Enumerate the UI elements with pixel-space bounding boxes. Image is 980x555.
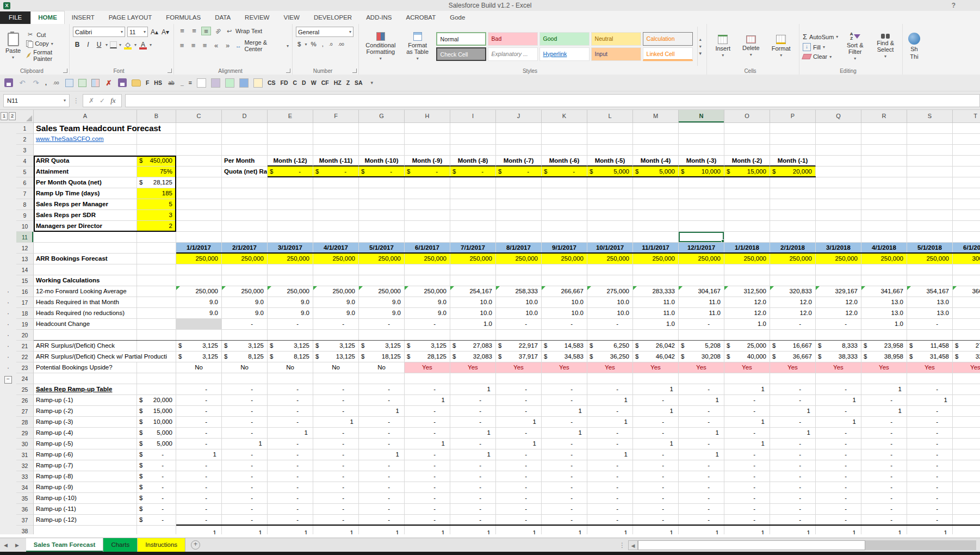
cell[interactable]: $38,333 — [816, 351, 861, 362]
cell[interactable]: - — [679, 515, 724, 526]
cell[interactable]: 3/1/2017 — [268, 243, 313, 254]
cell[interactable] — [34, 145, 137, 156]
cell[interactable] — [137, 341, 176, 351]
cell[interactable]: 1 — [222, 526, 268, 534]
cell[interactable] — [496, 232, 542, 243]
cell[interactable]: - — [953, 406, 980, 417]
cell[interactable]: 1 — [816, 395, 861, 406]
cell[interactable]: $- — [137, 504, 176, 515]
row-header-35[interactable]: 35 — [16, 493, 34, 504]
cell[interactable] — [587, 188, 633, 199]
cell[interactable]: 1 — [770, 428, 816, 439]
cell[interactable]: 9.0 — [405, 308, 450, 319]
align-center-button[interactable]: ≡ — [189, 41, 198, 50]
cell[interactable]: - — [953, 395, 980, 406]
column-header-O[interactable]: O — [724, 110, 770, 123]
cell[interactable]: 3/1/2018 — [816, 243, 861, 254]
cell[interactable]: - — [816, 406, 861, 417]
decrease-font-button[interactable]: A▾ — [161, 28, 170, 36]
cell[interactable]: 1 — [496, 417, 542, 428]
share-button[interactable]: Sh Thi — [906, 27, 922, 66]
cell[interactable] — [816, 166, 861, 177]
cell[interactable] — [359, 275, 405, 286]
cell[interactable]: - — [222, 417, 268, 428]
cell[interactable]: 1.0 — [861, 319, 907, 330]
cell[interactable]: - — [907, 482, 953, 493]
cell[interactable] — [679, 210, 724, 221]
cell[interactable]: 75% — [137, 166, 176, 177]
cell[interactable]: 1 — [405, 439, 450, 449]
cell[interactable] — [313, 177, 359, 188]
cell[interactable]: - — [222, 482, 268, 493]
cell[interactable]: 283,333 — [633, 286, 679, 297]
cell[interactable]: Ramp-up (-4) — [34, 428, 137, 439]
cell[interactable] — [176, 275, 222, 286]
qat-button-c[interactable]: C — [293, 79, 297, 86]
cell[interactable] — [222, 188, 268, 199]
cell[interactable] — [268, 210, 313, 221]
cell[interactable]: 14.0 — [953, 308, 980, 319]
cell[interactable]: - — [633, 395, 679, 406]
cell[interactable] — [953, 232, 980, 243]
cell[interactable] — [222, 210, 268, 221]
cell[interactable] — [907, 275, 953, 286]
format-as-table-button[interactable]: Format as Table ▾ — [402, 27, 433, 66]
cell[interactable] — [496, 330, 542, 341]
cell[interactable]: No — [359, 362, 405, 373]
cell[interactable] — [450, 199, 496, 210]
cell[interactable]: 9.0 — [176, 308, 222, 319]
cell[interactable] — [542, 134, 587, 145]
cell[interactable]: 10.0 — [587, 308, 633, 319]
cell[interactable]: - — [359, 417, 405, 428]
format-cells-button[interactable]: Format ▾ — [770, 27, 793, 66]
cell[interactable]: $- — [137, 471, 176, 482]
cell[interactable] — [359, 210, 405, 221]
cell[interactable]: $37,917 — [496, 351, 542, 362]
cell[interactable] — [405, 177, 450, 188]
cell[interactable]: 258,333 — [496, 286, 542, 297]
cell-style-normal[interactable]: Normal — [436, 32, 486, 46]
cell[interactable]: $22,917 — [496, 341, 542, 351]
cell[interactable] — [861, 123, 907, 134]
cell[interactable] — [679, 123, 724, 134]
cell[interactable] — [359, 232, 405, 243]
cell[interactable] — [359, 373, 405, 384]
row-header-10[interactable]: 10 — [16, 221, 34, 232]
cell[interactable] — [633, 145, 679, 156]
cell[interactable] — [137, 308, 176, 319]
cell[interactable]: Heads Required in that Month — [34, 297, 137, 308]
row-header-26[interactable]: 26 — [16, 395, 34, 406]
cell[interactable] — [137, 134, 176, 145]
cell[interactable]: - — [633, 482, 679, 493]
column-header-Q[interactable]: Q — [816, 110, 861, 123]
cell[interactable]: - — [861, 493, 907, 504]
autosum-button[interactable]: ΣAutoSum▾ — [803, 33, 838, 41]
cell[interactable] — [359, 123, 405, 134]
cell[interactable] — [861, 199, 907, 210]
cell[interactable]: - — [450, 493, 496, 504]
cell[interactable] — [770, 275, 816, 286]
cell[interactable]: - — [633, 493, 679, 504]
cell[interactable]: - — [496, 428, 542, 439]
cell[interactable]: 250,000 — [907, 254, 953, 264]
cell[interactable] — [405, 145, 450, 156]
grid-green-icon[interactable] — [78, 79, 86, 87]
cell[interactable]: - — [679, 460, 724, 471]
cell[interactable]: ARR Quota — [34, 156, 137, 166]
cell[interactable]: - — [633, 428, 679, 439]
cell[interactable]: 1 — [542, 526, 587, 534]
cell[interactable]: 250,000 — [587, 254, 633, 264]
cell[interactable]: $15,000 — [137, 406, 176, 417]
cell[interactable]: - — [542, 460, 587, 471]
cell[interactable]: 1 — [450, 449, 496, 460]
cell[interactable] — [953, 145, 980, 156]
column-header-G[interactable]: G — [359, 110, 405, 123]
row-header-31[interactable]: 31 — [16, 449, 34, 460]
cell[interactable]: 304,167 — [679, 286, 724, 297]
cell[interactable]: 250,000 — [496, 254, 542, 264]
qat-button-w[interactable]: W — [311, 79, 317, 86]
cell[interactable]: - — [496, 449, 542, 460]
cell[interactable]: - — [176, 493, 222, 504]
cell[interactable]: - — [861, 449, 907, 460]
cell[interactable]: Month (-7) — [496, 156, 542, 166]
